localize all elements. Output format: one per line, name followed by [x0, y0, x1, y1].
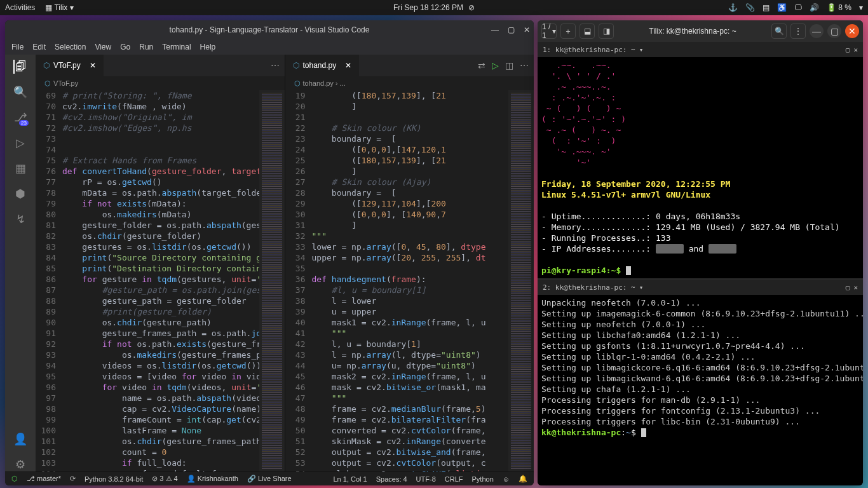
menu-run[interactable]: Run	[139, 43, 153, 51]
split-down-button[interactable]: ⬓	[580, 24, 595, 39]
activities-button[interactable]: Activities	[5, 3, 35, 12]
tiling-icon[interactable]: ▤	[763, 3, 770, 12]
remote-icon[interactable]: ↯	[13, 212, 27, 226]
branch-indicator[interactable]: ⎇ master*	[27, 475, 61, 483]
tilix-window: 1 / 1 ▾ ＋ ⬓ ◨ Tilix: kk@thekrishna-pc: ~…	[538, 20, 863, 485]
maximize-pane-icon[interactable]: ▢	[846, 282, 850, 293]
remote-indicator[interactable]: ⬡	[11, 475, 18, 483]
feedback-icon[interactable]: ☺	[503, 475, 510, 483]
status-bar: ⬡ ⎇ master* ⟳ Python 3.8.2 64-bit ⊘ 3 ⚠ …	[5, 471, 534, 485]
docker-ext-icon[interactable]: ⬢	[13, 187, 27, 201]
minimap-right[interactable]	[508, 90, 534, 471]
menu-selection[interactable]: Selection	[55, 43, 86, 51]
minimap-left[interactable]	[259, 90, 285, 471]
close-pane-icon[interactable]: ✕	[853, 282, 858, 293]
problems-indicator[interactable]: ⊘ 3 ⚠ 4	[152, 475, 177, 483]
close-tab-icon[interactable]: ✕	[90, 61, 96, 70]
docker-icon[interactable]: ⚓	[728, 3, 738, 12]
activity-bar: 🗐 🔍 ⎇23 ▷ ▦ ⬢ ↯ 👤 ⚙	[5, 55, 36, 471]
close-tab-icon[interactable]: ✕	[345, 61, 351, 70]
split-icon[interactable]: ◫	[505, 60, 513, 71]
menu-button[interactable]: ⋮	[790, 24, 806, 39]
menu-terminal[interactable]: Terminal	[162, 43, 191, 51]
explorer-icon[interactable]: 🗐	[13, 60, 27, 74]
volume-icon[interactable]: 🔊	[810, 3, 819, 12]
editor-right[interactable]: 1920212223242526272829303132333435363738…	[285, 90, 534, 471]
clock[interactable]: Fri Sep 18 12:26 PM	[393, 3, 463, 12]
clip-icon[interactable]: 📎	[745, 3, 755, 12]
vscode-title-text: tohand.py - Sign-Language-Translator - V…	[170, 25, 370, 34]
maximize-icon[interactable]: ▢	[508, 25, 515, 34]
debug-icon[interactable]: ▷	[13, 136, 27, 150]
menu-go[interactable]: Go	[120, 43, 130, 51]
eol-indicator[interactable]: CRLF	[445, 475, 463, 483]
python-indicator[interactable]: Python 3.8.2 64-bit	[85, 475, 143, 483]
more-icon[interactable]: ⋯	[271, 60, 280, 71]
split-right-button[interactable]: ◨	[599, 24, 614, 39]
close-icon[interactable]: ✕	[524, 25, 530, 34]
vscode-window: tohand.py - Sign-Language-Translator - V…	[5, 20, 534, 485]
editor-group-left: ⬡VToF.py ✕ ⋯ ⬡ VToF.py 69707172737475767…	[36, 55, 285, 471]
terminal-1-header[interactable]: 1: kk@thekrishna-pc: ~▾ ▢ ✕	[538, 42, 863, 57]
spaces-indicator[interactable]: Spaces: 4	[376, 475, 407, 483]
encoding-indicator[interactable]: UTF-8	[416, 475, 436, 483]
terminal-1[interactable]: 1: kk@thekrishna-pc: ~▾ ▢ ✕ .~~. .~~. '.…	[538, 42, 863, 278]
maximize-pane-icon[interactable]: ▢	[846, 44, 850, 55]
terminal-2[interactable]: 2: kk@thekrishna-pc: ~▾ ▢ ✕ Unpacking ne…	[538, 278, 863, 485]
dnd-icon: ⊘	[468, 3, 475, 12]
account-icon[interactable]: 👤	[13, 432, 27, 446]
close-icon[interactable]: ✕	[845, 24, 859, 38]
minimize-icon[interactable]: —	[491, 25, 499, 34]
editor-left[interactable]: 6970717273747576777879808182838485868788…	[36, 90, 285, 471]
cursor-pos[interactable]: Ln 1, Col 1	[333, 475, 367, 483]
close-pane-icon[interactable]: ✕	[853, 44, 858, 55]
minimize-icon[interactable]: —	[810, 24, 824, 38]
breadcrumb-left[interactable]: ⬡ VToF.py	[36, 76, 285, 90]
scm-icon[interactable]: ⎇23	[13, 111, 27, 125]
breadcrumb-right[interactable]: ⬡ tohand.py › ...	[285, 76, 534, 90]
a11y-icon[interactable]: ♿	[777, 3, 787, 12]
power-icon[interactable]: ▾	[859, 3, 863, 12]
gnome-topbar: Activities ▦ Tilix ▾ Fri Sep 18 12:26 PM…	[0, 0, 868, 15]
lang-indicator[interactable]: Python	[472, 475, 494, 483]
add-session-button[interactable]: ＋	[560, 24, 576, 39]
tilix-titlebar[interactable]: 1 / 1 ▾ ＋ ⬓ ◨ Tilix: kk@thekrishna-pc: ~…	[538, 20, 863, 42]
session-counter[interactable]: 1 / 1 ▾	[541, 24, 557, 39]
app-menu[interactable]: ▦ Tilix ▾	[45, 3, 73, 12]
user-indicator[interactable]: 👤 Krishnakanth	[187, 475, 238, 483]
battery-indicator[interactable]: 🔋 8 %	[827, 3, 851, 12]
run-icon[interactable]: ▷	[492, 60, 499, 71]
vscode-titlebar[interactable]: tohand.py - Sign-Language-Translator - V…	[5, 20, 534, 39]
bell-icon[interactable]: 🔔	[519, 475, 527, 483]
menu-file[interactable]: File	[11, 43, 24, 51]
tabs-right: ⬡tohand.py ✕ ⇄ ▷ ◫ ⋯	[285, 55, 534, 76]
maximize-icon[interactable]: ▢	[827, 24, 841, 38]
tab-vtof[interactable]: ⬡VToF.py ✕	[36, 55, 104, 76]
search-button[interactable]: 🔍	[771, 24, 787, 39]
compare-icon[interactable]: ⇄	[478, 60, 485, 71]
vscode-menubar: FileEditSelectionViewGoRunTerminalHelp	[5, 39, 534, 55]
liveshare-indicator[interactable]: 🔗 Live Share	[247, 475, 292, 483]
search-icon[interactable]: 🔍	[13, 85, 27, 99]
sync-icon[interactable]: ⟳	[70, 475, 76, 483]
screen-icon[interactable]: 🖵	[794, 3, 802, 12]
tab-tohand[interactable]: ⬡tohand.py ✕	[285, 55, 360, 76]
menu-help[interactable]: Help	[200, 43, 216, 51]
tilix-title-text: Tilix: kk@thekrishna-pc: ~	[618, 27, 768, 36]
terminal-2-header[interactable]: 2: kk@thekrishna-pc: ~▾ ▢ ✕	[538, 280, 863, 295]
more-icon[interactable]: ⋯	[520, 60, 529, 71]
editor-group-right: ⬡tohand.py ✕ ⇄ ▷ ◫ ⋯ ⬡ tohand.py › ...	[285, 55, 534, 471]
menu-edit[interactable]: Edit	[32, 43, 46, 51]
tabs-left: ⬡VToF.py ✕ ⋯	[36, 55, 285, 76]
gear-icon[interactable]: ⚙	[13, 458, 27, 471]
extensions-icon[interactable]: ▦	[13, 161, 27, 175]
menu-view[interactable]: View	[95, 43, 111, 51]
